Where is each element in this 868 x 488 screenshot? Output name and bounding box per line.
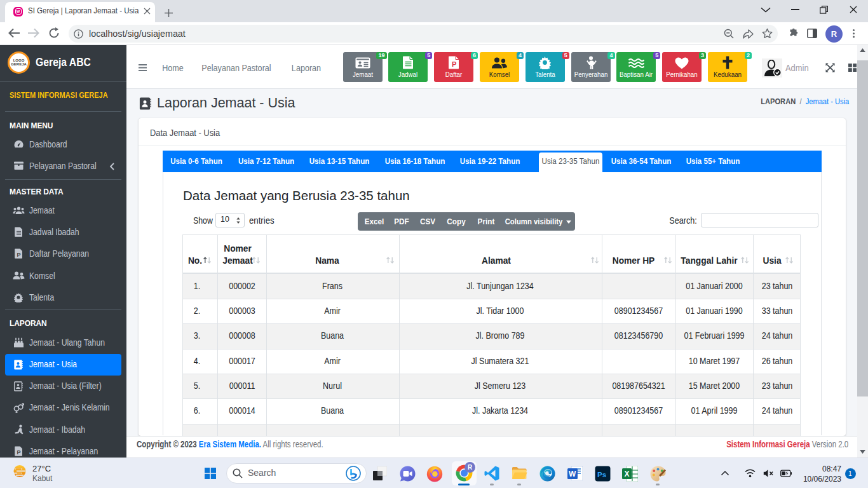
- svg-text:P: P: [17, 449, 21, 456]
- svg-text:Ps: Ps: [597, 471, 606, 478]
- svg-text:P: P: [452, 60, 456, 68]
- svg-text:X: X: [624, 470, 629, 478]
- svg-text:W: W: [569, 470, 576, 478]
- svg-text:P: P: [17, 252, 21, 258]
